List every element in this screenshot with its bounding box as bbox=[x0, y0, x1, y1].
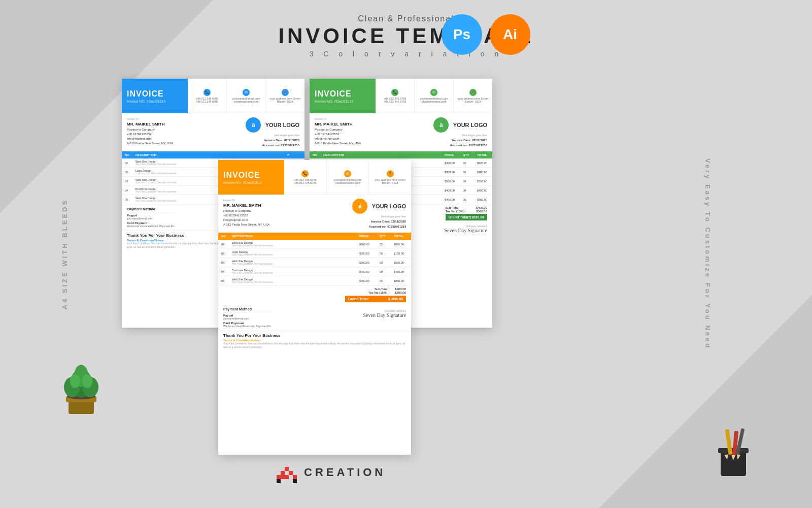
table-row: 02 Web Site DesignYour Fast Conditions T… bbox=[218, 240, 411, 249]
logo-circle-orange: a bbox=[352, 199, 367, 214]
svg-rect-21 bbox=[293, 475, 297, 479]
logo-circle-green: a bbox=[433, 117, 449, 133]
invoice-card-orange: INVOICE Invoice NO. #Dec/01014 📞 +88 012… bbox=[218, 160, 411, 455]
ai-badge: Ai bbox=[490, 14, 530, 55]
svg-rect-17 bbox=[277, 475, 281, 479]
phone-icon-blue: 📞 bbox=[204, 89, 211, 96]
table-row: 05 Web Site DesignYour Fast Conditions T… bbox=[218, 276, 411, 285]
svg-rect-24 bbox=[293, 479, 297, 483]
svg-rect-18 bbox=[281, 471, 285, 475]
inv-header-blue: INVOICE Invoice NO. #Dec/01014 📞 +88 012… bbox=[122, 79, 304, 113]
email-icon-orange: ✉ bbox=[344, 170, 351, 177]
table-row: 04 Brochure DesignYour Fast Conditions T… bbox=[218, 267, 411, 276]
inv-table-orange: NO DESCRIPTION PRICE QTY TOTAL 02 Web Si… bbox=[218, 233, 411, 285]
phone-icon-green: 📞 bbox=[391, 89, 398, 96]
table-row: 03 Web Site DesignYour Fast Conditions T… bbox=[218, 258, 411, 267]
brand-logo: CREATION bbox=[274, 457, 386, 488]
inv-header-orange: INVOICE Invoice NO. #Dec/01014 📞 +88 012… bbox=[218, 160, 411, 195]
plant-decoration bbox=[51, 356, 112, 417]
addr-icon-orange: 📍 bbox=[387, 170, 394, 177]
inv-subtotals-orange: Sub-Total $400.00 Tax Vat (15%) $560.00 … bbox=[218, 285, 411, 304]
pencil-cup-decoration bbox=[705, 427, 761, 478]
email-icon-green: ✉ bbox=[430, 89, 437, 96]
side-text-left: A4 SIZE WITH BLEEDS bbox=[61, 199, 69, 309]
svg-point-7 bbox=[70, 374, 80, 388]
inv-number-blue: Invoice NO. #Dec/01014 bbox=[127, 100, 183, 103]
header-variation: 3 C o l o r v a r i a t i o n bbox=[278, 50, 534, 58]
inv-color-box-blue: INVOICE Invoice NO. #Dec/01014 bbox=[122, 79, 188, 113]
svg-rect-22 bbox=[281, 475, 289, 479]
logo-circle-blue: a bbox=[246, 117, 261, 133]
inv-color-box-orange: INVOICE Invoice NO. #Dec/01014 bbox=[218, 160, 284, 195]
side-text-right: Very Easy To Customize For You Need bbox=[703, 158, 711, 350]
phone-icon-orange: 📞 bbox=[301, 170, 309, 177]
inv-body-blue: Invoice To: MR. MAIKEL SMITH Position in… bbox=[122, 113, 304, 151]
inv-title-blue: INVOICE bbox=[127, 89, 183, 99]
inv-header-green: INVOICE Invoice NO. #Dec/01014 📞 +88 012… bbox=[310, 79, 492, 113]
svg-rect-20 bbox=[289, 471, 293, 475]
invoices-container: INVOICE Invoice NO. #Dec/01014 📞 +88 012… bbox=[122, 79, 710, 498]
addr-icon-green: 📍 bbox=[469, 89, 477, 96]
grand-total-orange: Grand Total: $1060.00 bbox=[345, 296, 406, 302]
inv-footer-orange: Payment Method Paypal yourname@email.com… bbox=[218, 304, 411, 331]
ps-badge: Ps bbox=[442, 14, 482, 55]
table-row: 02 Logo DesignYour Fast Conditions Text … bbox=[218, 249, 411, 258]
email-icon-blue: ✉ bbox=[243, 89, 250, 96]
inv-thank-orange: Thank You For Your Business Terms & Cond… bbox=[218, 331, 411, 351]
addr-icon-blue: 📍 bbox=[282, 89, 289, 96]
phone2-blue: +88 012 345 6789 bbox=[196, 100, 219, 103]
svg-rect-23 bbox=[277, 479, 281, 483]
svg-point-8 bbox=[82, 374, 92, 388]
inv-color-box-green: INVOICE Invoice NO. #Dec/01014 bbox=[310, 79, 376, 113]
svg-rect-19 bbox=[285, 467, 289, 471]
inv-header-info-blue: 📞 +88 012 345 6789 +88 012 345 6789 ✉ yo… bbox=[188, 79, 304, 113]
brand-logo-text: CREATION bbox=[304, 466, 386, 479]
grand-total-green: Grand Total: $1060.00 bbox=[446, 214, 487, 220]
